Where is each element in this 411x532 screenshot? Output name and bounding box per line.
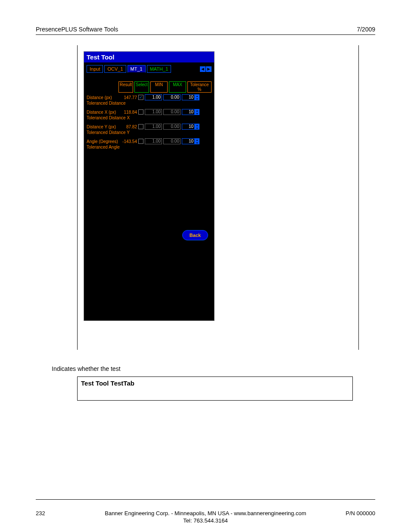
col-max: MAX <box>169 81 186 93</box>
row-sublabel: Toleranced Distance <box>87 101 212 106</box>
caption-text: Indicates whether the test <box>52 365 121 372</box>
tolerance-input[interactable]: 10 <box>182 94 195 100</box>
row-checkbox[interactable] <box>138 109 143 115</box>
tolerance-input[interactable]: 10 <box>182 124 195 130</box>
tab-row: Input OCV_1 MT_1 MATH_1 ◀ ▶ <box>87 65 212 73</box>
footer-company: Banner Engineering Corp. - Minneapolis, … <box>105 510 306 516</box>
column-headers: Result Select MIN MAX Tolerance % <box>87 81 212 93</box>
row-checkbox[interactable] <box>138 124 143 129</box>
tab-ocv-1[interactable]: OCV_1 <box>104 65 126 73</box>
table-row: Distance X (px) 118.84 1.00 0.00 10 ▲ ▼ <box>87 109 212 115</box>
table-row: Distance (px) 147.77 ✓ 1.00 0.00 10 ▲ ▼ <box>87 94 212 100</box>
row-checkbox[interactable]: ✓ <box>138 95 143 100</box>
row-checkbox[interactable] <box>138 139 143 144</box>
spin-down-icon[interactable]: ▼ <box>195 141 199 144</box>
spin-up-icon[interactable]: ▲ <box>195 138 199 141</box>
row-label: Angle (Degrees) <box>87 139 120 144</box>
min-input[interactable]: 1.00 <box>145 138 162 144</box>
header-date: 7/2009 <box>357 26 375 33</box>
spin-up-icon[interactable]: ▲ <box>195 94 199 97</box>
tab-math-1[interactable]: MATH_1 <box>147 65 171 73</box>
footer-tel: Tel: 763.544.3164 <box>183 517 227 524</box>
row-result: -143.54 <box>121 139 137 144</box>
subsection-box: Test Tool TestTab <box>77 376 353 401</box>
tab-scroll: ◀ ▶ <box>200 66 212 72</box>
max-input[interactable]: 0.00 <box>163 109 181 115</box>
row-sublabel: Toleranced Distance X <box>87 115 212 120</box>
footer-rule <box>36 499 375 500</box>
col-select: Select <box>134 81 149 93</box>
tolerance-input[interactable]: 10 <box>182 109 195 115</box>
panel-title: Test Tool <box>84 52 214 62</box>
max-input[interactable]: 0.00 <box>163 138 181 144</box>
subsection-title: Test Tool TestTab <box>78 377 352 389</box>
spin-down-icon[interactable]: ▼ <box>195 127 199 130</box>
col-min: MIN <box>150 81 168 93</box>
tab-scroll-left-icon[interactable]: ◀ <box>200 66 206 72</box>
row-label: Distance Y (px) <box>87 124 120 129</box>
row-sublabel: Toleranced Distance Y <box>87 130 212 135</box>
col-result: Result <box>118 81 133 93</box>
row-result: 118.84 <box>121 110 137 115</box>
row-result: 87.82 <box>121 124 137 129</box>
tab-input[interactable]: Input <box>87 65 103 73</box>
tab-scroll-right-icon[interactable]: ▶ <box>206 66 212 72</box>
max-input[interactable]: 0.00 <box>163 124 181 130</box>
panel-body: Input OCV_1 MT_1 MATH_1 ◀ ▶ Result Selec… <box>84 62 214 156</box>
tolerance-input[interactable]: 10 <box>182 138 195 144</box>
row-label: Distance X (px) <box>87 110 120 115</box>
footer-part-number: P/N 000000 <box>346 510 375 516</box>
spin-down-icon[interactable]: ▼ <box>195 97 199 100</box>
col-tolerance: Tolerance % <box>187 81 212 93</box>
max-input[interactable]: 0.00 <box>163 94 181 100</box>
spin-down-icon[interactable]: ▼ <box>195 112 199 115</box>
page-header: PresencePLUS Software Tools 7/2009 <box>36 26 375 35</box>
test-tool-panel: Test Tool Input OCV_1 MT_1 MATH_1 ◀ ▶ Re… <box>84 51 215 321</box>
min-input[interactable]: 1.00 <box>145 94 162 100</box>
tab-mt-1[interactable]: MT_1 <box>128 65 146 73</box>
back-button[interactable]: Back <box>182 230 208 240</box>
row-label: Distance (px) <box>87 95 120 100</box>
min-input[interactable]: 1.00 <box>145 124 162 130</box>
spin-up-icon[interactable]: ▲ <box>195 109 199 112</box>
row-result: 147.77 <box>121 95 137 100</box>
table-row: Distance Y (px) 87.82 1.00 0.00 10 ▲ ▼ <box>87 124 212 130</box>
row-sublabel: Toleranced Angle <box>87 145 212 149</box>
figure-frame: Test Tool Input OCV_1 MT_1 MATH_1 ◀ ▶ Re… <box>77 45 359 350</box>
table-row: Angle (Degrees) -143.54 1.00 0.00 10 ▲ ▼ <box>87 138 212 144</box>
spin-up-icon[interactable]: ▲ <box>195 124 199 127</box>
header-title: PresencePLUS Software Tools <box>36 26 118 33</box>
min-input[interactable]: 1.00 <box>145 109 162 115</box>
